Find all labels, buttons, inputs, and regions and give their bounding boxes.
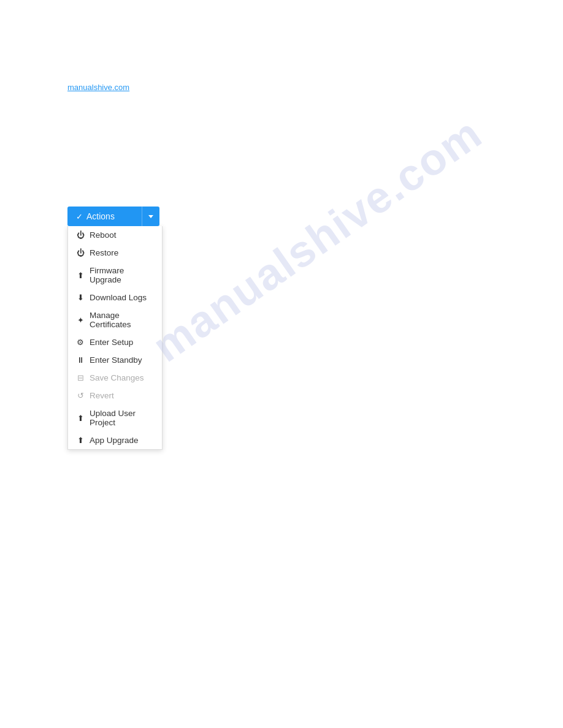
app-upgrade-label: App Upgrade <box>90 436 139 445</box>
menu-item-revert: ↺Revert <box>68 387 162 404</box>
menu-item-enter-setup[interactable]: ⚙Enter Setup <box>68 333 162 351</box>
actions-button-group: ✓ Actions <box>67 207 159 226</box>
menu-item-firmware-upgrade[interactable]: ⬆Firmware Upgrade <box>68 262 162 289</box>
save-changes-icon: ⊟ <box>75 373 85 382</box>
download-logs-label: Download Logs <box>90 293 147 302</box>
menu-item-upload-user-project[interactable]: ⬆Upload User Project <box>68 404 162 431</box>
actions-container: ✓ Actions ⏻Reboot⏻Restore⬆Firmware Upgra… <box>67 207 159 450</box>
enter-standby-icon: ⏸ <box>75 355 85 365</box>
save-changes-label: Save Changes <box>90 373 144 382</box>
revert-label: Revert <box>90 391 114 400</box>
restore-label: Restore <box>90 248 118 257</box>
menu-item-app-upgrade[interactable]: ⬆App Upgrade <box>68 431 162 449</box>
upload-user-project-icon: ⬆ <box>75 414 85 423</box>
enter-setup-label: Enter Setup <box>90 338 133 347</box>
upload-user-project-label: Upload User Project <box>90 409 155 427</box>
menu-item-download-logs[interactable]: ⬇Download Logs <box>68 289 162 306</box>
revert-icon: ↺ <box>75 391 85 400</box>
enter-setup-icon: ⚙ <box>75 338 85 347</box>
firmware-upgrade-label: Firmware Upgrade <box>90 266 155 284</box>
reboot-label: Reboot <box>90 230 117 240</box>
menu-item-reboot[interactable]: ⏻Reboot <box>68 226 162 244</box>
enter-standby-label: Enter Standby <box>90 355 142 365</box>
checkmark-icon: ✓ <box>76 212 83 221</box>
menu-item-save-changes: ⊟Save Changes <box>68 369 162 387</box>
actions-dropdown-menu: ⏻Reboot⏻Restore⬆Firmware Upgrade⬇Downloa… <box>67 226 163 450</box>
actions-dropdown-toggle[interactable] <box>142 207 159 226</box>
restore-icon: ⏻ <box>75 248 85 257</box>
watermark: manualshive.com <box>144 108 491 372</box>
menu-item-enter-standby[interactable]: ⏸Enter Standby <box>68 351 162 369</box>
menu-item-manage-certificates[interactable]: ✦Manage Certificates <box>68 306 162 333</box>
actions-main-button[interactable]: ✓ Actions <box>67 207 142 226</box>
menu-item-restore[interactable]: ⏻Restore <box>68 244 162 262</box>
manage-certificates-label: Manage Certificates <box>90 311 155 329</box>
actions-label: Actions <box>86 211 115 221</box>
download-logs-icon: ⬇ <box>75 293 85 302</box>
reboot-icon: ⏻ <box>75 230 85 240</box>
app-upgrade-icon: ⬆ <box>75 436 85 445</box>
firmware-upgrade-icon: ⬆ <box>75 271 85 280</box>
manage-certificates-icon: ✦ <box>75 316 85 325</box>
page-link[interactable]: manualshive.com <box>67 83 129 92</box>
chevron-down-icon <box>148 215 153 218</box>
